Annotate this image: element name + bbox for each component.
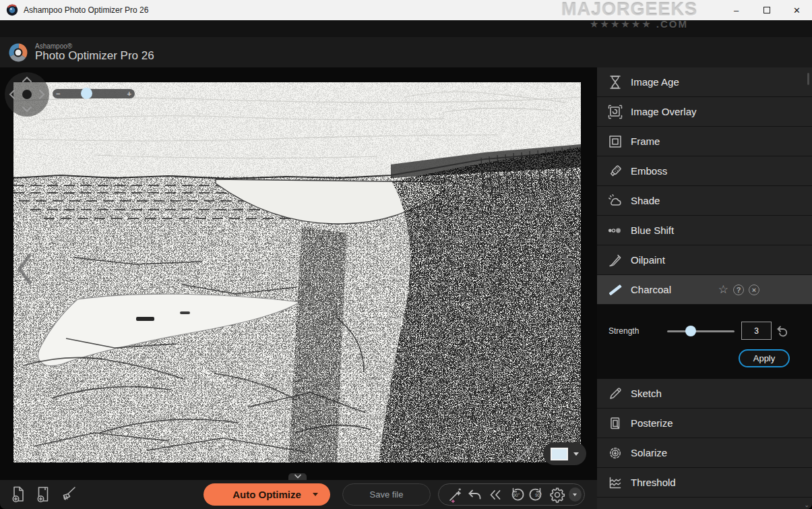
threshold-icon <box>606 474 624 491</box>
pencil-icon <box>606 385 624 402</box>
next-image-button[interactable] <box>561 253 577 285</box>
clean-button[interactable] <box>58 484 78 504</box>
zoom-slider-thumb[interactable] <box>81 88 92 99</box>
oilpaint-brush-icon <box>606 251 624 269</box>
more-actions-dropdown[interactable] <box>569 487 582 502</box>
clipped-effect-icon <box>606 504 624 509</box>
reset-icon[interactable] <box>775 324 788 338</box>
rotate-right-button[interactable]: 90° <box>528 485 546 504</box>
chevron-down-icon[interactable] <box>313 493 318 496</box>
effect-row[interactable]: Charcoal ☆ ? × <box>597 275 812 305</box>
photo-preview[interactable] <box>13 82 581 462</box>
chevron-down-icon <box>573 493 577 496</box>
ashampoo-logo-icon <box>7 41 30 64</box>
effect-row[interactable]: Emboss ☆ ? × <box>597 156 812 186</box>
fullscreen-icon[interactable] <box>515 445 532 462</box>
chevron-down-icon[interactable] <box>573 452 579 456</box>
effect-row[interactable]: Blue Shift ☆ ? × <box>597 216 812 245</box>
effect-actions: ☆ ? × <box>718 284 759 295</box>
zoom-slider[interactable]: − + <box>53 89 135 98</box>
effect-label: Threshold <box>631 477 676 488</box>
canvas-area: − + <box>0 67 597 509</box>
effect-label: Solarize <box>631 447 667 458</box>
strength-slider[interactable] <box>667 330 735 332</box>
zoom-in-icon[interactable]: + <box>127 90 131 97</box>
maximize-button[interactable] <box>751 0 782 20</box>
effect-row[interactable]: Sketch <box>597 379 812 409</box>
window-title: Ashampoo Photo Optimizer Pro 26 <box>24 5 148 15</box>
effect-settings-panel: Strength Apply <box>597 305 812 379</box>
effect-label: Posterize <box>631 417 673 429</box>
add-image-button[interactable] <box>8 484 28 504</box>
save-file-label: Save file <box>370 489 404 500</box>
titlebar: Ashampoo Photo Optimizer Pro 26 – ✕ <box>0 0 812 20</box>
pan-control[interactable] <box>5 72 49 117</box>
posterize-icon <box>606 415 624 432</box>
minimize-button[interactable]: – <box>721 0 751 20</box>
scroll-down-icon[interactable]: ⌄ <box>804 502 809 508</box>
effect-row[interactable]: Posterize <box>597 409 812 438</box>
header: Ashampoo® Photo Optimizer Pro 26 <box>0 37 812 67</box>
auto-optimize-button[interactable]: Auto Optimize <box>204 483 330 506</box>
effect-row[interactable]: Threshold <box>597 468 812 498</box>
brand: Ashampoo® Photo Optimizer Pro 26 <box>35 42 154 62</box>
effects-list-top: Image Age ☆ ? × Image Overlay ☆ ? × <box>597 67 812 305</box>
app-icon <box>6 4 18 16</box>
shade-icon <box>606 192 624 210</box>
emboss-icon <box>606 162 624 180</box>
svg-text:90°: 90° <box>535 493 542 498</box>
menubar <box>0 20 812 37</box>
undo-all-button[interactable] <box>486 485 504 504</box>
effect-row[interactable] <box>597 498 812 509</box>
strength-label: Strength <box>608 326 639 336</box>
effect-row[interactable]: Image Overlay ☆ ? × <box>597 97 812 127</box>
rotate-left-button[interactable]: 90° <box>507 485 526 504</box>
favorite-star-icon[interactable]: ☆ <box>718 284 728 295</box>
effect-row[interactable]: Frame ☆ ? × <box>597 127 812 156</box>
previous-image-button[interactable] <box>16 253 32 285</box>
zoom-out-icon[interactable]: − <box>56 90 60 97</box>
effect-row[interactable]: Oilpaint ☆ ? × <box>597 245 812 275</box>
effect-label: Image Overlay <box>631 106 697 117</box>
save-file-button[interactable]: Save file <box>342 483 431 506</box>
main: − + <box>0 67 812 509</box>
effects-sidebar: Image Age ☆ ? × Image Overlay ☆ ? × <box>597 67 812 509</box>
app-window: Ashampoo Photo Optimizer Pro 26 – ✕ Asha… <box>0 0 812 509</box>
frame-icon <box>606 133 624 150</box>
effect-label: Image Age <box>631 76 679 88</box>
effect-row[interactable]: Solarize <box>597 438 812 468</box>
close-effect-icon[interactable]: × <box>749 285 759 295</box>
undo-button[interactable] <box>466 485 484 504</box>
view-mode-icon <box>551 448 568 460</box>
close-button[interactable]: ✕ <box>782 0 812 20</box>
effect-row[interactable]: Image Age ☆ ? × <box>597 67 812 97</box>
effect-label: Charcoal <box>631 284 671 295</box>
view-mode-button[interactable] <box>543 442 586 465</box>
blue-shift-icon <box>606 222 624 239</box>
settings-button[interactable] <box>549 485 567 504</box>
effect-row[interactable]: Shade ☆ ? × <box>597 186 812 216</box>
solarize-icon <box>606 444 624 462</box>
pan-arrows-icon <box>5 72 49 117</box>
strength-value-input[interactable] <box>741 322 772 340</box>
sidebar-scrollbar[interactable] <box>807 73 809 85</box>
effect-label: Oilpaint <box>631 254 665 266</box>
effects-list-bottom: Sketch Posterize Solarize Threshold <box>597 379 812 509</box>
hourglass-icon <box>606 73 624 91</box>
charcoal-stick-icon <box>606 281 624 299</box>
help-icon[interactable]: ? <box>733 285 744 295</box>
strength-slider-thumb[interactable] <box>685 326 696 336</box>
auto-optimize-label: Auto Optimize <box>232 489 301 500</box>
magic-wand-button[interactable] <box>445 485 464 504</box>
apply-button[interactable]: Apply <box>739 349 790 367</box>
edit-actions-group: 90° 90° <box>438 483 585 506</box>
effect-label: Emboss <box>631 165 667 177</box>
apply-label: Apply <box>753 353 776 363</box>
svg-text:90°: 90° <box>513 493 520 498</box>
brand-main: Photo Optimizer Pro 26 <box>35 50 154 62</box>
effect-label: Blue Shift <box>631 224 674 236</box>
effect-label: Frame <box>631 136 660 147</box>
image-overlay-icon <box>606 103 624 121</box>
paste-image-button[interactable] <box>33 484 53 504</box>
toolbar-collapse-handle[interactable] <box>288 473 307 480</box>
